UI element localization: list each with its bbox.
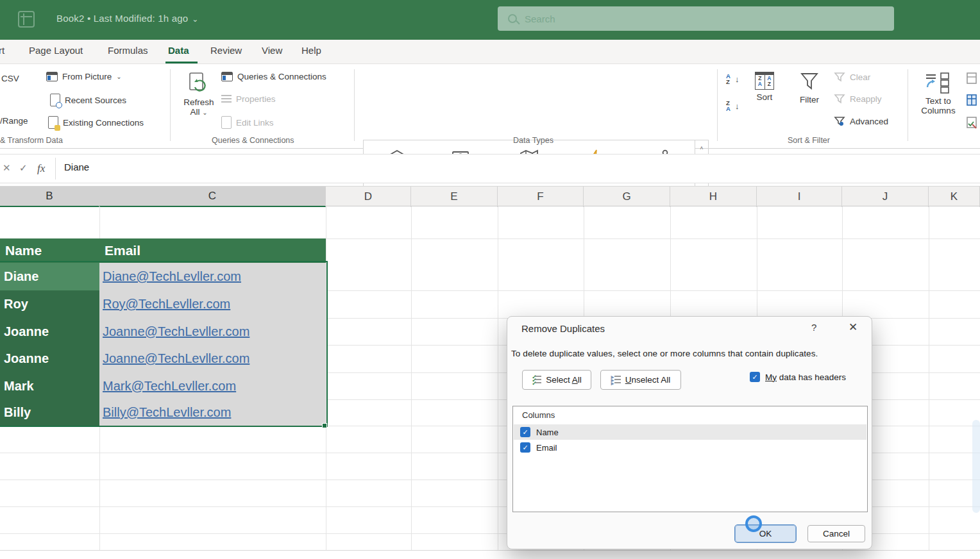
edit-links-icon — [221, 116, 232, 129]
sort-za-icon: ZA — [726, 100, 731, 112]
reapply-filter-icon — [834, 94, 845, 104]
from-text-csv-button[interactable]: CSV — [1, 74, 19, 83]
group-separator — [170, 69, 171, 141]
formula-cancel-icon[interactable]: ✕ — [3, 162, 11, 174]
column-header-K[interactable]: K — [929, 187, 980, 207]
cell-name-row-4[interactable]: Joanne — [0, 345, 99, 372]
chevron-down-icon: ⌄ — [192, 15, 198, 24]
tab-formulas[interactable]: Formulas — [108, 45, 148, 56]
tab-data[interactable]: Data — [168, 45, 189, 56]
group-label-queries: Queries & Connections — [212, 136, 294, 145]
checkbox-checked-icon: ✓ — [750, 372, 760, 382]
from-picture-button[interactable]: From Picture⌄ — [46, 72, 122, 81]
email-link-row-3[interactable]: Joanne@TechLevller.com — [103, 324, 249, 339]
column-header-G[interactable]: G — [584, 187, 670, 207]
dialog-column-item-name[interactable]: ✓Name — [514, 424, 866, 440]
dialog-column-item-email[interactable]: ✓Email — [514, 440, 866, 455]
workbook-grid-icon[interactable] — [18, 11, 35, 28]
cell-header-email[interactable]: Email — [99, 238, 326, 263]
column-header-E[interactable]: E — [411, 187, 498, 207]
cell-name-row-2[interactable]: Roy — [0, 290, 99, 318]
recent-sources-button[interactable]: Recent Sources — [50, 94, 126, 106]
cancel-button[interactable]: Cancel — [807, 525, 865, 542]
sort-descending-button[interactable]: ZA↓ — [726, 100, 739, 112]
reapply-filter-button: Reapply — [834, 94, 882, 104]
search-input[interactable]: Search — [498, 6, 894, 31]
my-data-has-headers-checkbox[interactable]: ✓ My data has headers — [750, 372, 846, 382]
recent-sources-icon — [50, 94, 60, 106]
status-strip — [0, 550, 980, 559]
dialog-column-label: Email — [536, 443, 557, 453]
select-all-button[interactable]: ✓✓✓ Select All — [522, 370, 591, 390]
column-header-I[interactable]: I — [757, 187, 842, 207]
remove-duplicates-icon[interactable] — [966, 94, 980, 106]
cell-name-row-6[interactable]: Billy — [0, 399, 99, 426]
queries-connections-button[interactable]: Queries & Connections — [221, 72, 326, 81]
insert-function-icon[interactable]: fx — [37, 162, 45, 175]
data-validation-icon[interactable] — [966, 116, 980, 129]
formula-bar: ✕ ✓ fx — [0, 154, 980, 183]
help-icon[interactable]: ? — [811, 322, 816, 333]
email-link-row-5[interactable]: Mark@TechLevller.com — [103, 379, 236, 394]
tab-help[interactable]: Help — [301, 45, 321, 56]
sort-button[interactable]: ZA AZ Sort — [749, 72, 780, 102]
chevron-down-icon: ⌄ — [116, 73, 121, 80]
unselect-all-label: Unselect All — [625, 375, 671, 385]
column-header-C[interactable]: C — [99, 187, 326, 207]
filter-button[interactable]: Filter — [794, 72, 825, 104]
column-header-F[interactable]: F — [498, 187, 584, 207]
queries-connections-icon — [221, 72, 233, 81]
cell-email-row-5[interactable]: Mark@TechLevller.com — [99, 372, 326, 399]
filter-funnel-icon — [799, 72, 820, 91]
column-header-H[interactable]: H — [670, 187, 757, 207]
cell-name-row-5[interactable]: Mark — [0, 372, 99, 399]
email-link-row-4[interactable]: Joanne@TechLevller.com — [103, 351, 249, 366]
email-link-row-6[interactable]: Billy@TechLevller.com — [103, 405, 231, 420]
checkbox-checked-icon[interactable]: ✓ — [520, 427, 530, 437]
tab-page-layout[interactable]: Page Layout — [29, 45, 83, 56]
fill-handle[interactable] — [322, 423, 327, 428]
column-header-J[interactable]: J — [842, 187, 929, 207]
tab-insert-partial[interactable]: rt — [0, 45, 4, 56]
text-to-columns-icon — [924, 72, 952, 94]
search-icon — [508, 14, 517, 23]
sort-ascending-button[interactable]: AZ↓ — [726, 73, 739, 85]
clear-filter-icon — [834, 72, 845, 82]
checkbox-checked-icon[interactable]: ✓ — [520, 442, 530, 453]
sort-dialog-icon: ZA AZ — [755, 72, 774, 90]
unselect-all-button[interactable]: ▸▸▸ Unselect All — [600, 370, 681, 390]
email-link-row-1[interactable]: Diane@TechLevller.com — [103, 269, 241, 284]
close-icon[interactable]: ✕ — [849, 321, 858, 334]
tab-view[interactable]: View — [262, 45, 282, 56]
gridline-vertical — [498, 206, 498, 550]
cell-header-name[interactable]: Name — [0, 238, 99, 263]
column-header-D[interactable]: D — [326, 187, 411, 207]
cell-email-row-1[interactable]: Diane@TechLevller.com — [99, 263, 326, 290]
column-header-B[interactable]: B — [0, 187, 99, 207]
cell-name-row-3[interactable]: Joanne — [0, 318, 99, 345]
cell-email-row-2[interactable]: Roy@TechLevller.com — [99, 290, 326, 318]
document-title[interactable]: Book2 • Last Modified: 1h ago⌄ — [56, 13, 199, 24]
dialog-title: Remove Duplicates — [521, 323, 605, 334]
advanced-filter-button[interactable]: Advanced — [834, 116, 888, 126]
email-link-row-2[interactable]: Roy@TechLevller.com — [103, 297, 230, 312]
formula-enter-icon[interactable]: ✓ — [19, 162, 28, 174]
cell-email-row-6[interactable]: Billy@TechLevller.com — [99, 399, 326, 426]
text-to-columns-button[interactable]: Text toColumns — [916, 72, 961, 115]
active-tab-indicator — [165, 62, 198, 63]
cell-name-row-1[interactable]: Diane — [0, 263, 99, 290]
cell-email-row-4[interactable]: Joanne@TechLevller.com — [99, 345, 326, 372]
existing-connections-button[interactable]: Existing Connections — [48, 116, 144, 129]
group-label-get-transform: & Transform Data — [0, 136, 63, 145]
group-separator — [717, 69, 718, 141]
group-separator — [354, 69, 355, 141]
flash-fill-icon[interactable] — [966, 72, 980, 85]
ok-button[interactable]: OK — [735, 525, 796, 542]
formula-bar-input[interactable]: Diane — [64, 162, 89, 172]
from-table-range-button[interactable]: /Range — [0, 116, 28, 126]
refresh-all-button[interactable]: RefreshAll ⌄ — [182, 72, 215, 117]
cell-email-row-3[interactable]: Joanne@TechLevller.com — [99, 318, 326, 345]
group-label-sort-filter: Sort & Filter — [788, 136, 830, 145]
tab-review[interactable]: Review — [210, 45, 242, 56]
vertical-scrollbar[interactable] — [972, 420, 980, 513]
